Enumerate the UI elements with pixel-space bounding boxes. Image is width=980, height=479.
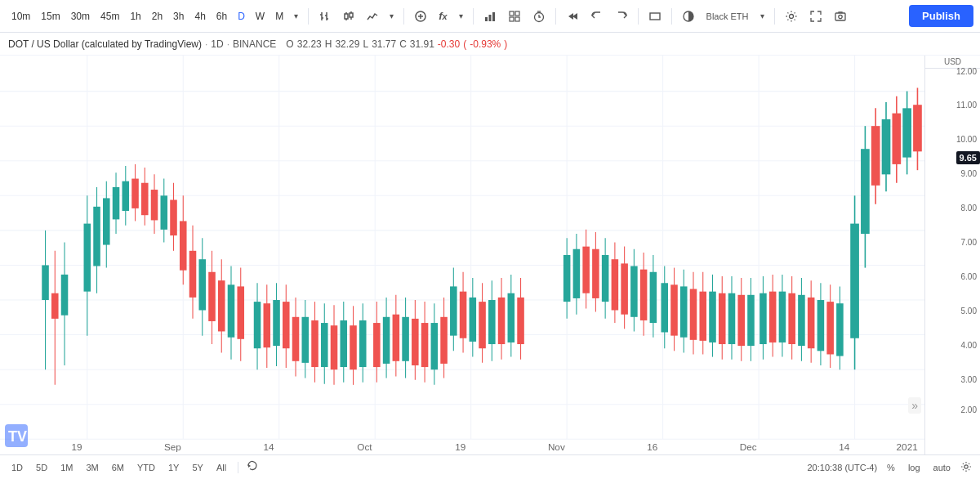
tf-3h[interactable]: 3h bbox=[168, 7, 189, 25]
price-6: 6.00 bbox=[961, 272, 977, 281]
svg-rect-108 bbox=[273, 300, 280, 346]
svg-rect-78 bbox=[122, 181, 130, 211]
fx-dropdown[interactable]: ▾ bbox=[454, 8, 468, 24]
svg-text:14: 14 bbox=[263, 442, 274, 452]
svg-rect-152 bbox=[488, 300, 496, 344]
settings-btn[interactable] bbox=[780, 7, 803, 26]
tf-6m-btn[interactable]: 6M bbox=[109, 461, 127, 474]
candles-icon[interactable] bbox=[337, 7, 360, 26]
tf-30m[interactable]: 30m bbox=[66, 7, 95, 25]
timeframe-dropdown-icon[interactable]: ▾ bbox=[289, 8, 303, 24]
svg-text:19: 19 bbox=[71, 442, 82, 452]
svg-rect-228 bbox=[902, 108, 911, 157]
sep-2 bbox=[403, 8, 404, 25]
timeframe-group: 10m 15m 30m 45m 1h 2h 3h 4h 6h D W M ▾ bbox=[7, 7, 303, 25]
undo-btn[interactable] bbox=[586, 7, 608, 26]
tf-all-btn[interactable]: All bbox=[213, 461, 229, 474]
replay-icon[interactable] bbox=[247, 460, 258, 474]
tf-4h[interactable]: 4h bbox=[189, 7, 210, 25]
bottom-bar: 1D 5D 1M 3M 6M YTD 1Y 5Y All 20:10:38 (U… bbox=[0, 454, 980, 479]
grid-btn[interactable] bbox=[503, 7, 526, 26]
screenshot-btn[interactable] bbox=[829, 7, 852, 26]
svg-marker-231 bbox=[248, 464, 251, 468]
symbol-change-pct: ( bbox=[463, 38, 466, 50]
tf-M[interactable]: M bbox=[270, 7, 288, 25]
tf-45m[interactable]: 45m bbox=[96, 7, 124, 25]
svg-rect-122 bbox=[340, 320, 347, 367]
svg-rect-68 bbox=[61, 275, 69, 316]
log-btn[interactable]: log bbox=[905, 462, 924, 473]
bottom-sep-1 bbox=[238, 462, 238, 473]
bottom-settings-icon[interactable] bbox=[960, 461, 972, 474]
svg-rect-76 bbox=[113, 187, 120, 219]
svg-rect-182 bbox=[670, 284, 678, 335]
fullscreen-btn[interactable] bbox=[804, 7, 827, 26]
price-4: 4.00 bbox=[961, 341, 977, 350]
tf-6h[interactable]: 6h bbox=[212, 7, 232, 25]
svg-rect-132 bbox=[393, 315, 400, 361]
svg-rect-168 bbox=[602, 255, 609, 302]
auto-btn[interactable]: auto bbox=[930, 462, 954, 473]
fx-indicator-btn[interactable]: fx bbox=[434, 7, 452, 25]
svg-rect-188 bbox=[699, 292, 706, 341]
tf-ytd-btn[interactable]: YTD bbox=[134, 461, 158, 474]
tf-15m[interactable]: 15m bbox=[36, 7, 65, 25]
svg-rect-84 bbox=[151, 190, 158, 220]
symbol-dot2: · bbox=[227, 38, 229, 50]
tf-5y-btn[interactable]: 5Y bbox=[189, 461, 206, 474]
symbol-change-pct2: -0.93% bbox=[470, 38, 501, 50]
tf-D[interactable]: D bbox=[233, 7, 250, 25]
svg-text:TV: TV bbox=[8, 428, 27, 445]
svg-rect-92 bbox=[189, 251, 197, 298]
svg-rect-218 bbox=[850, 224, 859, 338]
toolbar: 10m 15m 30m 45m 1h 2h 3h 4h 6h D W M ▾ ▾… bbox=[0, 0, 980, 33]
svg-rect-148 bbox=[470, 298, 477, 342]
svg-rect-184 bbox=[680, 286, 688, 337]
nov-candles bbox=[373, 268, 524, 385]
tf-3m-btn[interactable]: 3M bbox=[82, 461, 101, 474]
sep-6 bbox=[671, 8, 672, 25]
add-indicator-btn[interactable] bbox=[409, 7, 432, 26]
chart-main[interactable]: TV bbox=[0, 56, 924, 454]
svg-rect-80 bbox=[131, 179, 139, 208]
svg-point-232 bbox=[964, 464, 968, 468]
price-2: 2.00 bbox=[961, 405, 977, 414]
tf-2h[interactable]: 2h bbox=[147, 7, 167, 25]
svg-rect-26 bbox=[650, 13, 660, 20]
svg-point-28 bbox=[789, 14, 793, 18]
publish-button[interactable]: Publish bbox=[909, 5, 973, 27]
chart-type-dropdown[interactable]: ▾ bbox=[385, 8, 399, 24]
svg-rect-94 bbox=[198, 259, 206, 310]
tf-5d-btn[interactable]: 5D bbox=[33, 461, 51, 474]
tf-1m-btn[interactable]: 1M bbox=[57, 461, 76, 474]
rally-candles bbox=[850, 87, 922, 369]
bars-icon[interactable] bbox=[314, 7, 336, 26]
bar-chart-btn[interactable] bbox=[479, 7, 501, 26]
theme-dropdown[interactable]: ▾ bbox=[755, 8, 769, 24]
svg-rect-142 bbox=[440, 317, 448, 364]
sep-3 bbox=[473, 8, 474, 25]
svg-rect-112 bbox=[292, 317, 300, 361]
double-chevron-btn[interactable]: » bbox=[908, 397, 921, 414]
svg-rect-17 bbox=[492, 12, 495, 21]
svg-rect-82 bbox=[141, 183, 149, 215]
percent-btn[interactable]: % bbox=[884, 462, 898, 473]
tf-1y-btn[interactable]: 1Y bbox=[165, 461, 182, 474]
rewind-btn[interactable] bbox=[561, 7, 584, 26]
theme-btn[interactable] bbox=[677, 7, 700, 26]
svg-rect-140 bbox=[431, 323, 439, 369]
line-chart-icon[interactable] bbox=[361, 7, 384, 26]
svg-rect-172 bbox=[621, 263, 628, 314]
tf-1h[interactable]: 1h bbox=[125, 7, 145, 25]
price-12: 12.00 bbox=[956, 67, 977, 76]
countdown-btn[interactable] bbox=[528, 7, 550, 26]
svg-rect-150 bbox=[479, 302, 486, 348]
tf-1d-btn[interactable]: 1D bbox=[8, 461, 26, 474]
rect-btn[interactable] bbox=[644, 7, 666, 26]
tf-W[interactable]: W bbox=[251, 7, 270, 25]
redo-btn[interactable] bbox=[610, 7, 633, 26]
tf-10m[interactable]: 10m bbox=[7, 7, 35, 25]
theme-label[interactable]: Black ETH bbox=[702, 8, 754, 25]
symbol-open: 32.23 bbox=[297, 38, 322, 50]
svg-rect-158 bbox=[517, 298, 524, 344]
